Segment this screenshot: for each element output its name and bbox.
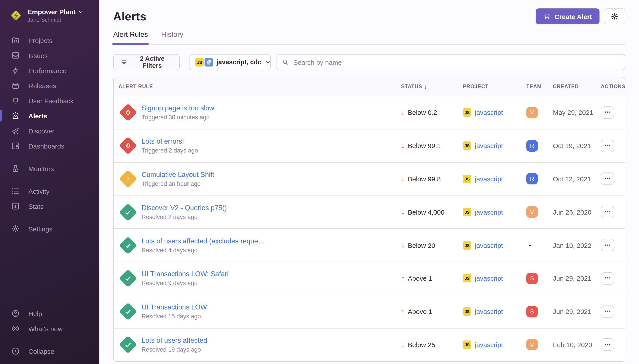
search-input[interactable] [292,58,619,66]
ellipsis-icon: ••• [605,343,611,347]
alert-rule-link[interactable]: UI Transactions LOW: Safari [142,270,228,278]
alert-rule-link[interactable]: UI Transactions LOW [142,303,207,311]
row-actions-button[interactable]: ••• [601,140,614,152]
javascript-platform-icon: JS [463,241,471,250]
sidebar-item-user-feedback[interactable]: User Feedback [7,93,92,108]
sidebar-item-label: Monitors [29,165,54,172]
alert-rule-link[interactable]: Cumulative Layout Shift [142,171,214,179]
severity-diamond [119,170,137,188]
sidebar-item-projects[interactable]: Projects [7,33,92,48]
sidebar-item-label: Discover [29,127,54,134]
created-date: Jun 29, 2021 [553,308,601,315]
team-avatar[interactable]: R [526,173,538,185]
row-actions-button[interactable]: ••• [601,206,614,218]
status-cell: ↓ Below 25 [401,341,463,348]
issues-icon [11,51,20,60]
sidebar-item-monitors[interactable]: Monitors [7,161,92,176]
team-avatar[interactable]: R [526,140,538,152]
sidebar-item-settings[interactable]: Settings [7,221,92,236]
arrow-down-icon: ↓ [401,109,405,116]
javascript-platform-icon: JS [195,58,204,66]
sidebar-item-label: What's new [29,325,63,332]
ellipsis-icon: ••• [605,110,611,114]
tab-history[interactable]: History [161,30,183,44]
sidebar-item-help[interactable]: Help [7,306,92,321]
sidebar-item-alerts[interactable]: Alerts [7,108,92,123]
column-header-alert-rule[interactable]: Alert Rule [114,84,401,89]
row-actions-button[interactable]: ••• [601,272,614,285]
column-header-created[interactable]: Created [553,84,601,89]
project-link[interactable]: javascript [475,175,503,183]
column-header-status[interactable]: Status ↓ [401,83,463,90]
row-actions-button[interactable]: ••• [601,239,614,252]
tab-alert-rules[interactable]: Alert Rules [113,30,148,44]
alert-rule-link[interactable]: Lots of users affected (excludes reque… [142,237,265,245]
sidebar-item-dashboards[interactable]: Dashboards [7,138,92,154]
column-header-project[interactable]: Project [463,84,526,89]
team-cell: V [526,339,553,350]
project-cell: JS javascript [463,340,526,349]
siren-icon [11,111,20,120]
active-filters-button[interactable]: 2 Active Filters [113,54,180,70]
project-cell: JS javascript [463,108,526,117]
alert-rule-link[interactable]: Signup page is too slow [142,104,214,112]
column-header-team[interactable]: Team [526,84,553,89]
settings-button[interactable] [604,8,625,24]
org-switcher[interactable]: Empower Plant Jane Schmidt [7,8,92,23]
created-date: Jun 29, 2021 [553,275,601,282]
sidebar-item-discover[interactable]: Discover [7,123,92,138]
ellipsis-icon: ••• [605,276,611,280]
sidebar-item-whats-new[interactable]: What's new [7,321,92,336]
sidebar-item-collapse[interactable]: Collapse [7,344,92,359]
status-threshold: Above 1 [408,308,432,315]
search-box [276,54,625,70]
javascript-platform-icon: JS [463,175,471,183]
severity-diamond [119,269,137,288]
status-cell: ↓ Below 99.8 [401,175,463,183]
project-link[interactable]: javascript [475,142,503,150]
alert-rule-cell: Lots of users affected (excludes reque… … [114,236,401,254]
alert-rules-table: Alert Rule Status ↓ Project Team Created… [113,77,625,362]
alert-rule-link[interactable]: Discover V2 - Queries p75() [142,204,227,212]
org-name: Empower Plant [28,8,76,16]
javascript-platform-icon: JS [463,108,471,117]
sidebar-item-issues[interactable]: Issues [7,48,92,63]
row-actions-button[interactable]: ••• [601,338,614,351]
flame-icon [124,108,132,117]
row-actions-button[interactable]: ••• [601,305,614,318]
project-link[interactable]: javascript [475,275,503,282]
projects-icon [11,36,20,45]
row-actions-button[interactable]: ••• [601,106,614,119]
table-row: UI Transactions LOW Resolved 15 days ago… [114,295,625,328]
sidebar-item-stats[interactable]: Stats [7,199,92,214]
javascript-platform-icon: JS [463,208,471,216]
javascript-platform-icon: JS [463,307,471,316]
team-avatar[interactable]: S [526,273,538,284]
check-icon [124,208,132,216]
arrow-down-icon: ↓ [401,142,405,149]
team-avatar[interactable]: V [526,339,538,350]
sidebar-item-label: Stats [29,202,44,210]
siren-icon [543,13,550,20]
team-avatar[interactable]: V [526,206,538,218]
project-link[interactable]: javascript [475,208,503,216]
project-link[interactable]: javascript [475,308,503,315]
team-avatar[interactable]: V [526,107,538,118]
ellipsis-icon: ••• [605,310,611,314]
status-threshold: Above 1 [408,275,432,282]
alert-rule-cell: Cumulative Layout Shift Triggered an hou… [114,170,401,188]
team-avatar[interactable]: S [526,306,538,317]
project-link[interactable]: javascript [475,242,503,249]
project-link[interactable]: javascript [475,109,503,116]
sidebar-item-releases[interactable]: Releases [7,78,92,93]
row-actions-button[interactable]: ••• [601,173,614,185]
alert-rule-link[interactable]: Lots of users affected [142,336,207,344]
sort-desc-icon: ↓ [424,83,427,90]
create-alert-button[interactable]: Create Alert [535,8,599,24]
sidebar-item-activity[interactable]: Activity [7,184,92,199]
sidebar-item-label: Collapse [29,347,54,355]
alert-rule-link[interactable]: Lots of errors! [142,138,198,146]
project-link[interactable]: javascript [475,341,503,348]
sidebar-item-performance[interactable]: Performance [7,63,92,78]
project-selector[interactable]: JS javascript, cdc [189,54,271,70]
